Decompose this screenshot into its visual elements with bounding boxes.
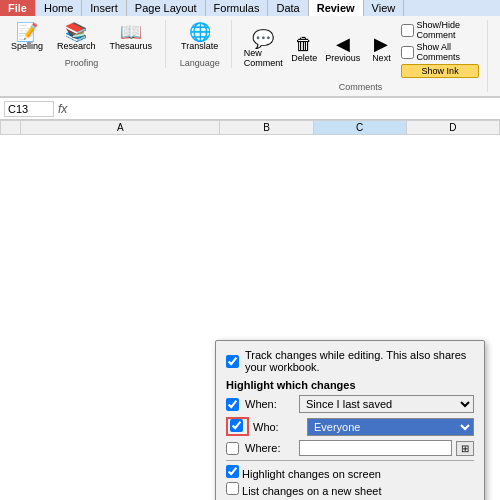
ribbon-group-language: 🌐 Translate Language bbox=[176, 20, 232, 68]
list-on-new-sheet-checkbox[interactable] bbox=[226, 482, 239, 495]
where-checkbox[interactable] bbox=[226, 442, 239, 455]
highlight-which-changes-label: Highlight which changes bbox=[226, 379, 474, 391]
ribbon-body: 📝 Spelling 📚 Research 📖 Thesaurus Proofi… bbox=[0, 16, 500, 97]
where-browse-button[interactable]: ⊞ bbox=[456, 441, 474, 456]
translate-label: Translate bbox=[181, 41, 218, 51]
delete-icon: 🗑 bbox=[295, 35, 313, 53]
highlight-on-screen-checkbox[interactable] bbox=[226, 465, 239, 478]
research-button[interactable]: 📚 Research bbox=[52, 20, 101, 54]
list-on-new-sheet-option[interactable]: List changes on a new sheet bbox=[226, 482, 474, 497]
next-icon: ▶ bbox=[374, 35, 388, 53]
tab-formulas[interactable]: Formulas bbox=[206, 0, 269, 16]
tab-file[interactable]: File bbox=[0, 0, 36, 16]
proofing-group-label: Proofing bbox=[65, 58, 99, 68]
spreadsheet: A B C D Track changes while editing. Thi… bbox=[0, 120, 500, 135]
col-header-b[interactable]: B bbox=[220, 121, 313, 135]
list-on-new-sheet-label: List changes on a new sheet bbox=[242, 485, 381, 497]
show-ink-button[interactable]: Show Ink bbox=[401, 64, 478, 78]
previous-icon: ◀ bbox=[336, 35, 350, 53]
track-changes-checkbox[interactable] bbox=[226, 355, 239, 368]
when-field-row: When: Since I last saved bbox=[226, 395, 474, 413]
track-changes-msg: Track changes while editing. This also s… bbox=[245, 349, 474, 373]
column-header-row: A B C D bbox=[1, 121, 500, 135]
who-checkbox-wrapper bbox=[226, 417, 249, 436]
formula-bar: fx bbox=[0, 98, 500, 120]
show-all-comments-checkbox[interactable] bbox=[401, 46, 414, 59]
col-header-blank bbox=[1, 121, 21, 135]
show-all-comments-option[interactable]: Show All Comments bbox=[401, 42, 478, 62]
sheet-table: A B C D bbox=[0, 120, 500, 135]
tab-page-layout[interactable]: Page Layout bbox=[127, 0, 206, 16]
ribbon-group-proofing: 📝 Spelling 📚 Research 📖 Thesaurus Proofi… bbox=[6, 20, 166, 68]
track-changes-popup: Track changes while editing. This also s… bbox=[215, 340, 485, 500]
tab-home[interactable]: Home bbox=[36, 0, 82, 16]
delete-label: Delete bbox=[291, 53, 317, 63]
fx-icon: fx bbox=[58, 102, 67, 116]
thesaurus-label: Thesaurus bbox=[110, 41, 153, 51]
new-comment-icon: 💬 bbox=[252, 30, 274, 48]
who-label: Who: bbox=[253, 421, 303, 433]
tab-insert[interactable]: Insert bbox=[82, 0, 127, 16]
popup-divider bbox=[226, 460, 474, 461]
who-field-row: Who: Everyone bbox=[226, 417, 474, 436]
new-comment-label: NewComment bbox=[244, 48, 283, 68]
tab-data[interactable]: Data bbox=[268, 0, 308, 16]
popup-container: Track changes while editing. This also s… bbox=[215, 340, 485, 500]
next-label: Next bbox=[372, 53, 391, 63]
show-hide-comment-checkbox[interactable] bbox=[401, 24, 414, 37]
translate-icon: 🌐 bbox=[189, 23, 211, 41]
cell-reference-input[interactable] bbox=[4, 101, 54, 117]
spelling-button[interactable]: 📝 Spelling bbox=[6, 20, 48, 54]
ribbon-group-comments: 💬 NewComment 🗑 Delete ◀ Previous ▶ Next … bbox=[242, 20, 488, 92]
spelling-label: Spelling bbox=[11, 41, 43, 51]
delete-comment-button[interactable]: 🗑 Delete bbox=[288, 32, 320, 66]
spelling-icon: 📝 bbox=[16, 23, 38, 41]
where-input[interactable] bbox=[299, 440, 452, 456]
comments-group-label: Comments bbox=[339, 82, 383, 92]
research-icon: 📚 bbox=[65, 23, 87, 41]
tab-review[interactable]: Review bbox=[309, 0, 364, 16]
translate-button[interactable]: 🌐 Translate bbox=[176, 20, 223, 54]
previous-comment-button[interactable]: ◀ Previous bbox=[324, 32, 361, 66]
track-changes-msg-row: Track changes while editing. This also s… bbox=[226, 349, 474, 373]
highlight-on-screen-option[interactable]: Highlight changes on screen bbox=[226, 465, 474, 480]
thesaurus-button[interactable]: 📖 Thesaurus bbox=[105, 20, 158, 54]
where-label: Where: bbox=[245, 442, 295, 454]
formula-input[interactable] bbox=[71, 102, 496, 116]
language-group-label: Language bbox=[180, 58, 220, 68]
tab-view[interactable]: View bbox=[364, 0, 405, 16]
show-hide-comment-option[interactable]: Show/Hide Comment bbox=[401, 20, 478, 40]
previous-label: Previous bbox=[325, 53, 360, 63]
screen-options: Highlight changes on screen List changes… bbox=[226, 465, 474, 497]
next-comment-button[interactable]: ▶ Next bbox=[365, 32, 397, 66]
new-comment-button[interactable]: 💬 NewComment bbox=[242, 27, 284, 71]
who-select[interactable]: Everyone bbox=[307, 418, 474, 436]
highlight-on-screen-label: Highlight changes on screen bbox=[242, 468, 381, 480]
ribbon-tabs: File Home Insert Page Layout Formulas Da… bbox=[0, 0, 500, 16]
who-checkbox[interactable] bbox=[230, 419, 243, 432]
col-header-a[interactable]: A bbox=[21, 121, 220, 135]
when-label: When: bbox=[245, 398, 295, 410]
where-field-row: Where: ⊞ bbox=[226, 440, 474, 456]
when-select[interactable]: Since I last saved bbox=[299, 395, 474, 413]
thesaurus-icon: 📖 bbox=[120, 23, 142, 41]
comment-options: Show/Hide Comment Show All Comments Show… bbox=[401, 20, 478, 78]
col-header-d[interactable]: D bbox=[406, 121, 499, 135]
when-checkbox[interactable] bbox=[226, 398, 239, 411]
col-header-c[interactable]: C bbox=[313, 121, 406, 135]
research-label: Research bbox=[57, 41, 96, 51]
